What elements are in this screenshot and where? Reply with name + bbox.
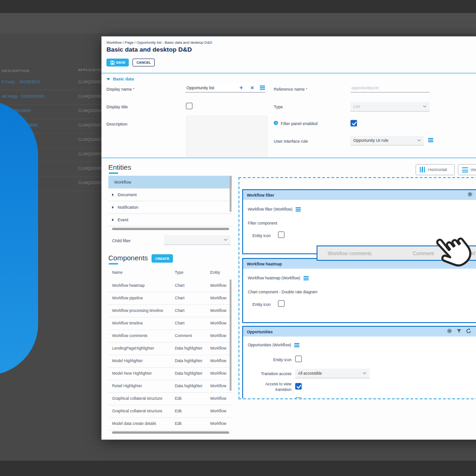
top-window-bar xyxy=(0,0,476,13)
component-row[interactable]: Model data create detailsEditWorkflow xyxy=(108,417,232,430)
entities-horizontal-scrollbar[interactable] xyxy=(112,228,229,230)
entity-item-workflow[interactable]: Workflow xyxy=(108,176,232,189)
caret-right-icon[interactable] xyxy=(112,206,114,209)
horizontal-layout-icon xyxy=(420,167,426,172)
child-filter-label: Child filter xyxy=(112,238,131,243)
basic-data-section-toggle[interactable]: Basic data xyxy=(106,77,134,81)
type-value: List xyxy=(353,104,360,109)
save-label: SAVE xyxy=(116,60,126,65)
decorative-blue-shape xyxy=(0,100,38,375)
transition-access-value: All accessible xyxy=(298,371,322,376)
panel-subtitle: Workflow heatmap (Workflow) xyxy=(248,276,300,280)
access-to-view-label-line2: transition xyxy=(245,387,291,392)
entities-vertical-scrollbar[interactable] xyxy=(230,176,231,212)
reference-name-input[interactable] xyxy=(350,83,430,93)
info-icon: i xyxy=(274,121,278,125)
access-to-view-checkbox[interactable] xyxy=(295,383,302,390)
entities-heading: Entities xyxy=(108,163,131,171)
entity-icon-label: Entity icon xyxy=(252,302,271,307)
page-title: Basic data and desktop D&D xyxy=(106,46,192,53)
clear-icon[interactable]: × xyxy=(251,86,254,90)
ui-rule-value: Opportunity UI rule xyxy=(353,138,389,143)
component-row[interactable]: Graphical collateral structureEditWorkfl… xyxy=(108,392,232,405)
drag-row-name: Workflow comments xyxy=(328,251,371,256)
breadcrumb: Workflow / Page / Opportunity list - Bas… xyxy=(106,40,212,45)
component-row[interactable]: Model New HighlighterData highlighterWor… xyxy=(108,367,232,380)
col-header-name: Name xyxy=(112,270,123,275)
ui-rule-select[interactable]: Opportunity UI rule xyxy=(350,136,424,145)
vertical-label: Vertical xyxy=(470,167,476,172)
display-title-checkbox[interactable] xyxy=(186,103,192,109)
entity-item-event[interactable]: Event xyxy=(108,213,232,226)
layout-vertical-button[interactable]: Vertical xyxy=(458,164,476,175)
component-row[interactable]: Workflow timelineChartWorkflow xyxy=(108,317,232,330)
caret-right-icon[interactable] xyxy=(112,218,114,221)
create-button[interactable]: CREATE xyxy=(152,254,173,263)
entity-item-document[interactable]: Document xyxy=(108,188,232,201)
type-select[interactable]: List xyxy=(350,102,430,112)
access-to-view-label-line1: Access to view xyxy=(245,382,291,386)
app-header-bar-dimmed xyxy=(0,13,476,33)
child-filter-select[interactable] xyxy=(164,235,231,245)
panel-description: Filter component xyxy=(248,221,277,225)
entities-heading-underline xyxy=(109,172,118,174)
components-horizontal-scrollbar[interactable] xyxy=(112,431,229,434)
create-label: CREATE xyxy=(155,257,169,261)
display-title-label: Display title xyxy=(106,105,128,109)
save-button[interactable]: SAVE xyxy=(106,59,129,66)
bottom-window-bar xyxy=(0,461,476,476)
entity-icon-label: Entity icon xyxy=(245,357,291,362)
page-editor-dialog: Workflow / Page / Opportunity list - Bas… xyxy=(101,36,476,440)
component-row[interactable]: Graphical collateral structureEditWorkfl… xyxy=(108,405,232,418)
component-row[interactable]: Workflow commentsCommentWorkflow xyxy=(108,330,232,343)
ui-rule-lookup-icon[interactable] xyxy=(428,138,433,142)
col-header-entity: Entity xyxy=(210,270,220,275)
component-row[interactable]: Workflow processing timelineChartWorkflo… xyxy=(108,304,232,317)
menu-icon[interactable] xyxy=(304,276,309,280)
component-row[interactable]: Workflow heatmapChartWorkflow xyxy=(108,279,232,292)
layout-horizontal-button[interactable]: Horizontal xyxy=(416,164,455,175)
menu-icon[interactable] xyxy=(296,207,301,212)
gear-icon[interactable] xyxy=(447,328,452,334)
entity-icon-checkbox[interactable] xyxy=(278,231,284,238)
entity-icon-checkbox[interactable] xyxy=(295,356,302,362)
entity-item-notification[interactable]: Notification xyxy=(108,201,232,214)
basic-data-section-label: Basic data xyxy=(113,77,134,81)
component-row[interactable]: Workflow pipelineChartWorkflow xyxy=(108,292,232,305)
add-icon[interactable]: + xyxy=(239,86,243,90)
transition-access-select[interactable]: All accessible xyxy=(295,369,370,378)
components-heading-underline xyxy=(109,263,118,264)
caret-right-icon[interactable] xyxy=(112,193,114,196)
horizontal-label: Horizontal xyxy=(428,167,447,172)
vertical-layout-icon xyxy=(462,167,468,172)
filter-funnel-icon[interactable] xyxy=(456,328,462,334)
panel-description: Chart component - Double rate diagram xyxy=(248,290,317,294)
entity-icon-checkbox[interactable] xyxy=(278,300,284,307)
component-row[interactable]: Model HighlighterData highlighterWorkflo… xyxy=(108,355,232,368)
gear-icon[interactable] xyxy=(467,192,473,197)
clipped-checkbox[interactable] xyxy=(295,397,302,399)
refresh-icon[interactable] xyxy=(466,328,471,334)
panel-subtitle: Workflow filter (Workflow) xyxy=(248,207,292,212)
entity-label: Notification xyxy=(118,205,139,210)
filter-panel-label: Filter panel enabled xyxy=(281,121,317,126)
component-row[interactable]: Retail HighlighterData highlighterWorkfl… xyxy=(108,380,232,393)
component-row[interactable]: LendingPageHighlighterData highlighterWo… xyxy=(108,342,232,355)
components-vertical-scrollbar[interactable] xyxy=(230,279,231,391)
cancel-label: CANCEL xyxy=(136,60,151,65)
cancel-button[interactable]: CANCEL xyxy=(132,59,155,66)
dnd-canvas-dropzone[interactable]: Workflow filter Workflow filter (Workflo… xyxy=(238,177,476,399)
section-divider xyxy=(102,73,476,74)
entity-label: Event xyxy=(118,218,128,222)
ui-rule-label: User interface rule xyxy=(274,139,308,144)
display-name-label: Display name xyxy=(106,87,135,92)
panel-workflow-filter-header[interactable]: Workflow filter xyxy=(243,190,476,200)
hand-pointer-cursor xyxy=(431,234,469,272)
bg-col-description: DESCRIPTION xyxy=(2,69,29,73)
menu-icon[interactable] xyxy=(294,343,299,347)
menu-icon[interactable] xyxy=(260,86,265,90)
panel-opportunities-header[interactable]: Opportunities xyxy=(243,327,476,337)
entity-label: Workflow xyxy=(114,180,132,185)
description-textarea[interactable] xyxy=(186,116,268,157)
filter-panel-checkbox[interactable] xyxy=(350,120,357,126)
